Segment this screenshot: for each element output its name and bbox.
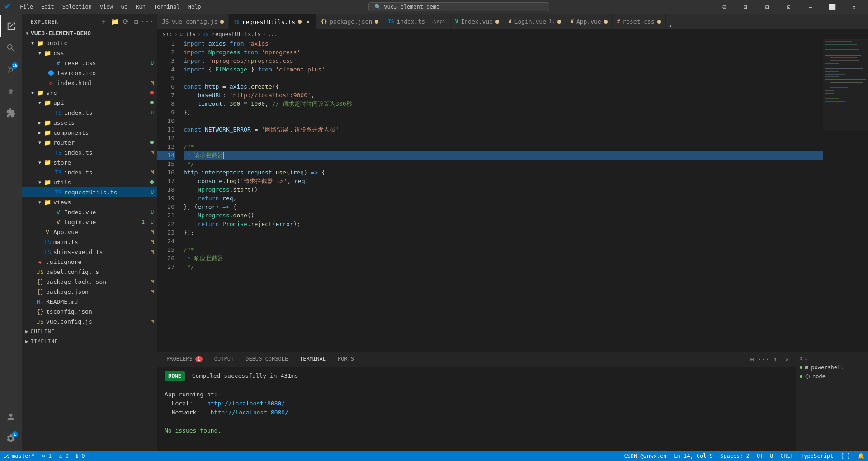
tab-close-btn[interactable]: ✕ bbox=[304, 18, 311, 25]
outline-section[interactable]: ▶ OUTLINE bbox=[22, 326, 157, 336]
tree-item-appvue[interactable]: V App.vue M bbox=[22, 227, 157, 237]
tree-item-components[interactable]: ▶ 📁 components bbox=[22, 127, 157, 137]
tree-item-css[interactable]: ▼ 📁 css bbox=[22, 48, 157, 58]
activity-debug[interactable] bbox=[0, 80, 22, 102]
tree-item-requestutils[interactable]: TS requestUtils.ts U bbox=[22, 187, 157, 197]
tree-item-readme[interactable]: M↓ README.md bbox=[22, 296, 157, 306]
status-spaces[interactable]: Spaces: 2 bbox=[717, 451, 753, 461]
tree-item-favicon[interactable]: 🔷 favicon.ico bbox=[22, 68, 157, 78]
layout-btn2[interactable]: ⊞ bbox=[735, 0, 756, 14]
panel-tab-debug[interactable]: DEBUG CONSOLE bbox=[240, 352, 293, 367]
tree-item-indexvue[interactable]: V Index.vue U bbox=[22, 207, 157, 217]
tab-apiindex[interactable]: TS index.ts ..\api bbox=[383, 14, 451, 29]
more-btn[interactable]: ··· bbox=[143, 17, 152, 26]
tree-item-indexhtml[interactable]: ◇ index.html M bbox=[22, 78, 157, 88]
tab-packagejson[interactable]: {} package.json bbox=[316, 14, 383, 29]
layout-btn4[interactable]: ⊡ bbox=[778, 0, 799, 14]
refresh-btn[interactable]: ⟳ bbox=[121, 17, 130, 26]
layout-btn[interactable]: ⧉ bbox=[713, 0, 734, 14]
tabs-overflow-btn[interactable]: › bbox=[666, 22, 675, 29]
tab-appvue[interactable]: V App.vue bbox=[566, 14, 612, 29]
tree-item-reset-css[interactable]: # reset.css U bbox=[22, 58, 157, 68]
tree-item-views[interactable]: ▼ 📁 views bbox=[22, 197, 157, 207]
menu-edit[interactable]: Edit bbox=[38, 3, 58, 11]
indexhtml-badge: M bbox=[151, 80, 154, 86]
activity-settings[interactable]: 1 bbox=[0, 428, 22, 449]
status-format[interactable]: { } bbox=[837, 451, 854, 461]
tree-item-maints[interactable]: TS main.ts M bbox=[22, 237, 157, 247]
status-encoding[interactable]: UTF-8 bbox=[753, 451, 777, 461]
tree-item-api-index[interactable]: TS index.ts U bbox=[22, 108, 157, 118]
panel-close-btn[interactable]: ✕ bbox=[782, 354, 792, 364]
minimize-btn[interactable]: — bbox=[800, 0, 821, 14]
menu-run[interactable]: Run bbox=[132, 3, 149, 11]
activity-accounts[interactable] bbox=[0, 406, 22, 428]
tree-item-vueconfig[interactable]: JS vue.config.js M bbox=[22, 316, 157, 326]
panel-maximize-btn[interactable]: ⬆ bbox=[770, 354, 780, 364]
layout-btn3[interactable]: ⊟ bbox=[757, 0, 778, 14]
terminal-item-node[interactable]: ⬡ node bbox=[796, 372, 868, 381]
tree-item-store-index[interactable]: TS index.ts M bbox=[22, 167, 157, 177]
timeline-section[interactable]: ▶ TIMELINE bbox=[22, 336, 157, 346]
menu-file[interactable]: File bbox=[16, 3, 37, 11]
panel-tab-output[interactable]: OUTPUT bbox=[209, 352, 239, 367]
tree-item-api[interactable]: ▼ 📁 api bbox=[22, 98, 157, 108]
new-file-btn[interactable]: + bbox=[99, 17, 108, 26]
tab-resetcss[interactable]: # reset.css bbox=[613, 14, 666, 29]
terminal-item-powershell[interactable]: ⊞ powershell bbox=[796, 363, 868, 372]
maximize-btn[interactable]: ⬜ bbox=[822, 0, 843, 14]
tree-item-src[interactable]: ▼ 📁 src bbox=[22, 88, 157, 98]
panel-more-btn[interactable]: ··· bbox=[759, 354, 769, 364]
tree-item-public[interactable]: ▼ 📁 public bbox=[22, 38, 157, 48]
tree-item-router-index[interactable]: TS index.ts M bbox=[22, 147, 157, 157]
tree-item-store[interactable]: ▼ 📁 store bbox=[22, 157, 157, 167]
panel-tab-problems[interactable]: PROBLEMS 1 bbox=[161, 352, 208, 367]
menu-help[interactable]: Help bbox=[184, 3, 205, 11]
ts-icon: TS bbox=[43, 239, 52, 245]
status-warnings[interactable]: ⚠ 0 bbox=[55, 451, 72, 461]
network-url[interactable]: http://localhost:8080/ bbox=[211, 409, 288, 416]
tree-item-babel[interactable]: JS babel.config.js bbox=[22, 267, 157, 277]
tree-item-shims[interactable]: TS shims-vue.d.ts M bbox=[22, 247, 157, 257]
status-errors[interactable]: ⊗ 1 bbox=[38, 451, 56, 461]
code-area[interactable]: import axios from 'axios'import Nprogres… bbox=[180, 39, 823, 352]
close-btn[interactable]: ✕ bbox=[844, 0, 864, 14]
activity-explorer[interactable] bbox=[0, 15, 22, 37]
tab-vueconfig[interactable]: JS vue.config.js bbox=[157, 14, 229, 29]
tree-item-tsconfig[interactable]: {} tsconfig.json bbox=[22, 306, 157, 316]
tree-item-assets[interactable]: ▶ 📁 assets bbox=[22, 118, 157, 127]
panel-tab-terminal[interactable]: TERMINAL bbox=[294, 352, 331, 367]
activity-extensions[interactable] bbox=[0, 102, 22, 124]
local-url[interactable]: http://localhost:8080/ bbox=[207, 400, 285, 407]
status-linecol[interactable]: Ln 14, Col 9 bbox=[670, 451, 717, 461]
menu-view[interactable]: View bbox=[96, 3, 117, 11]
activity-search[interactable] bbox=[0, 37, 22, 59]
menu-go[interactable]: Go bbox=[118, 3, 131, 11]
tree-item-router[interactable]: ▼ 📁 router bbox=[22, 137, 157, 147]
menu-terminal[interactable]: Terminal bbox=[150, 3, 184, 11]
tab-loginvue[interactable]: V Login.vue 1, bbox=[504, 14, 566, 29]
panel-tab-ports[interactable]: PORTS bbox=[332, 352, 359, 367]
collapse-btn[interactable]: ⊟ bbox=[132, 17, 141, 26]
tab-requestutils[interactable]: TS requestUtils.ts ✕ bbox=[229, 14, 316, 29]
status-bell[interactable]: 🔔 bbox=[854, 451, 868, 461]
tree-item-packagejson[interactable]: {} package.json M bbox=[22, 287, 157, 296]
tree-root[interactable]: ▼ VUE3-ELEMENT-DEMO bbox=[22, 28, 157, 38]
tree-item-loginvue[interactable]: V Login.vue 1, U bbox=[22, 217, 157, 227]
activity-git[interactable]: 16 bbox=[0, 59, 22, 80]
new-folder-btn[interactable]: 📁 bbox=[110, 17, 119, 26]
status-lineending[interactable]: CRLF bbox=[777, 451, 797, 461]
tree-item-utils[interactable]: ▼ 📁 utils bbox=[22, 177, 157, 187]
menu-selection[interactable]: Selection bbox=[59, 3, 95, 11]
panel-split-btn[interactable]: ⊞ bbox=[747, 354, 757, 364]
status-info[interactable]: ℹ 0 bbox=[72, 451, 88, 461]
search-box[interactable]: 🔍 vue3-element-demo bbox=[368, 2, 549, 11]
tab-indexvue[interactable]: V Index.vue bbox=[451, 14, 504, 29]
status-language[interactable]: TypeScript bbox=[797, 451, 837, 461]
tree-item-package-lock[interactable]: {} package-lock.json M bbox=[22, 277, 157, 287]
tree-item-gitignore[interactable]: ◈ .gitignore bbox=[22, 257, 157, 267]
folder-icon: 📁 bbox=[43, 129, 52, 136]
folder-icon: 📁 bbox=[43, 99, 52, 106]
status-branch[interactable]: ⎇ master* bbox=[0, 451, 38, 461]
code-line-17: console.log('请求拦截器 =>', req) bbox=[184, 177, 823, 185]
